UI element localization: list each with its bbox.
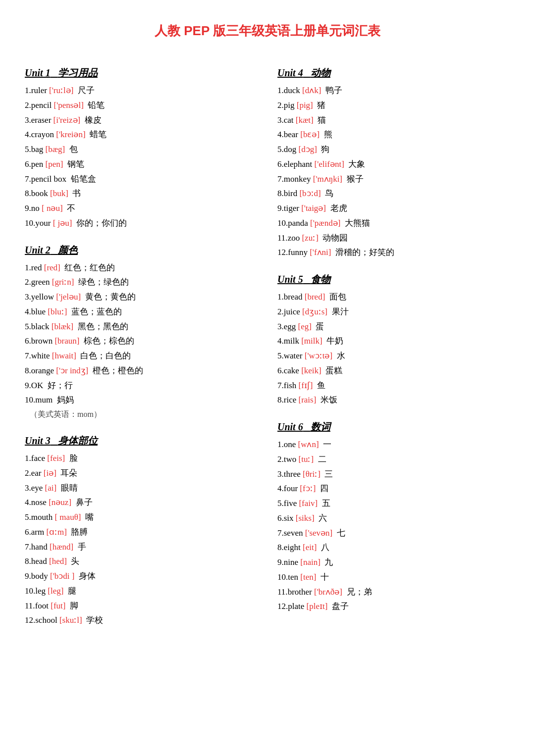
vocab-meaning: 包 (69, 145, 78, 154)
vocab-num: 1. (25, 263, 31, 272)
vocab-word: five (284, 499, 297, 508)
vocab-word: duck (284, 86, 300, 95)
vocab-item: 8.head [hed] 头 (25, 554, 258, 569)
vocab-num: 8. (25, 556, 31, 566)
vocab-num: 3. (277, 322, 284, 331)
vocab-word: three (284, 469, 301, 479)
vocab-meaning: 熊 (324, 130, 332, 139)
vocab-word: eye (31, 483, 43, 493)
unit-block-unit3: Unit 3 身体部位1.face [feis] 脸2.ear [iə] 耳朵3… (25, 432, 258, 628)
vocab-item: 8.orange ['ɔr indʒ] 橙色；橙色的 (25, 363, 258, 378)
vocab-word: eight (284, 543, 301, 552)
vocab-meaning: 腿 (68, 586, 76, 596)
vocab-meaning: 九 (324, 557, 333, 567)
vocab-item: 5.black [blæk] 黑色；黑色的 (25, 319, 258, 334)
vocab-meaning: 蜡笔 (90, 130, 107, 139)
vocab-word: bag (31, 145, 44, 154)
vocab-meaning: 耳朵 (60, 468, 77, 478)
vocab-num: 6. (25, 159, 31, 169)
vocab-phonetic: ['pændə] (310, 218, 340, 228)
vocab-phonetic: [ jəu] (53, 218, 72, 228)
vocab-item: 5.five [faiv] 五 (277, 496, 510, 511)
vocab-meaning: 狗 (321, 145, 329, 154)
vocab-meaning: 嘴 (85, 512, 94, 522)
vocab-word: cat (284, 115, 294, 125)
vocab-meaning: 猫 (318, 115, 326, 125)
vocab-item: 7.hand [hænd] 手 (25, 540, 258, 554)
vocab-num: 4. (25, 130, 31, 139)
vocab-num: 8. (277, 395, 284, 404)
vocab-phonetic: [feis] (47, 454, 65, 463)
vocab-meaning: 钢笔 (67, 159, 84, 169)
vocab-phonetic: ['taigə] (301, 203, 326, 213)
vocab-item: 12.plate [pleɪt] 盘子 (277, 599, 510, 614)
vocab-num: 3. (25, 292, 31, 302)
vocab-item: 6.arm [ɑːm] 胳膊 (25, 525, 258, 540)
vocab-note: （美式英语：mom） (30, 407, 258, 421)
vocab-word: ear (31, 468, 42, 478)
vocab-item: 5.mouth [ mauθ] 嘴 (25, 510, 258, 525)
vocab-word: zoo (288, 233, 300, 243)
vocab-item: 1.red [red] 红色；红色的 (25, 260, 258, 275)
vocab-num: 4. (277, 484, 284, 493)
vocab-num: 8. (277, 189, 284, 198)
vocab-item: 3.cat [kæt] 猫 (277, 113, 510, 128)
vocab-num: 12. (277, 602, 288, 611)
vocab-num: 4. (277, 130, 284, 139)
vocab-word: body (31, 571, 48, 581)
vocab-word: mouth (31, 512, 53, 522)
vocab-meaning: 你的；你们的 (76, 218, 127, 228)
vocab-meaning: 黑色；黑色的 (78, 322, 128, 331)
vocab-word: pencil (31, 101, 52, 110)
vocab-phonetic: [dʒuːs] (302, 307, 327, 316)
vocab-item: 4.nose [nəuz] 鼻子 (25, 495, 258, 510)
vocab-phonetic: [ten] (300, 572, 316, 582)
vocab-num: 7. (25, 542, 31, 552)
vocab-meaning: 白色；白色的 (80, 351, 131, 360)
vocab-meaning: 三 (324, 469, 333, 479)
page-title: 人教 PEP 版三年级英语上册单元词汇表 (25, 20, 510, 42)
vocab-meaning: 蛋 (316, 322, 324, 331)
vocab-num: 7. (25, 351, 31, 360)
vocab-word: water (284, 351, 303, 360)
vocab-item: 1.one [wʌn] 一 (277, 437, 510, 452)
vocab-phonetic: [leg] (48, 586, 63, 596)
unit-label: Unit 1 (25, 67, 51, 78)
unit-topic: 身体部位 (58, 435, 98, 446)
vocab-meaning: 五 (322, 499, 330, 508)
vocab-word: foot (35, 601, 49, 610)
vocab-item: 3.eraser [i'reizə] 橡皮 (25, 113, 258, 128)
vocab-num: 5. (25, 145, 31, 154)
vocab-meaning: 铅笔 (88, 101, 105, 110)
vocab-phonetic: [bɔːd] (299, 189, 321, 198)
vocab-num: 5. (277, 499, 284, 508)
vocab-word: bear (284, 130, 298, 139)
vocab-num: 1. (277, 86, 284, 95)
vocab-num: 9. (277, 203, 284, 213)
vocab-num: 3. (277, 115, 284, 125)
vocab-item: 2.pencil ['pensəl] 铅笔 (25, 98, 258, 113)
vocab-word: one (284, 440, 296, 449)
vocab-meaning: 十 (321, 572, 329, 582)
vocab-num: 1. (277, 440, 284, 449)
vocab-phonetic: ['elifənt] (315, 159, 344, 169)
vocab-num: 7. (277, 174, 284, 184)
vocab-item: 10.mum 妈妈 (25, 393, 258, 407)
vocab-num: 10. (277, 572, 288, 582)
vocab-phonetic: [ mauθ] (54, 512, 81, 522)
vocab-item: 3.three [θriː] 三 (277, 467, 510, 482)
vocab-item: 6.brown [braun] 棕色；棕色的 (25, 334, 258, 349)
vocab-num: 4. (25, 498, 31, 507)
vocab-phonetic: [faiv] (299, 499, 318, 508)
vocab-word: ruler (31, 86, 47, 95)
vocab-word: pencil box (31, 174, 66, 184)
vocab-word: brown (31, 336, 53, 346)
unit-title-unit4: Unit 4 动物 (277, 64, 510, 81)
vocab-num: 7. (277, 528, 284, 538)
vocab-word: orange (31, 366, 54, 375)
vocab-phonetic: [pig] (297, 101, 313, 110)
vocab-phonetic: [eit] (303, 543, 317, 552)
vocab-meaning: 黄色；黄色的 (85, 292, 136, 302)
vocab-phonetic: ['sevən] (305, 528, 333, 538)
vocab-num: 10. (277, 218, 288, 228)
